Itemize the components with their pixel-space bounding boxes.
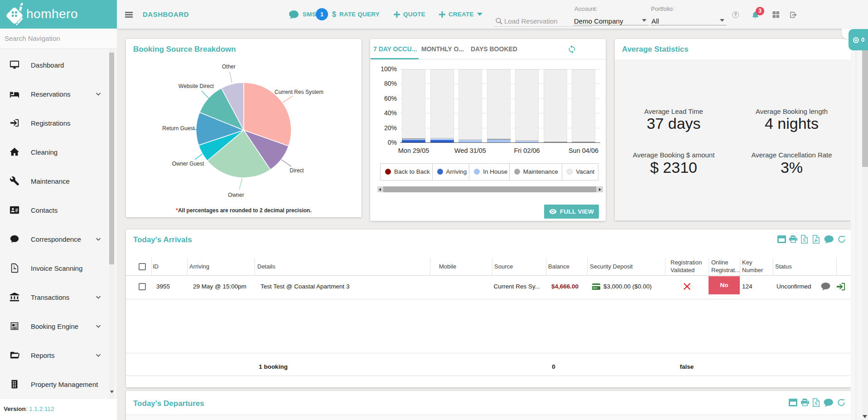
- svg-text:Owner Guest: Owner Guest: [172, 161, 204, 167]
- svg-text:Website Direct: Website Direct: [178, 83, 214, 89]
- svg-text:Return Guest: Return Guest: [162, 125, 195, 132]
- svg-text:Other: Other: [222, 63, 236, 70]
- svg-text:X: X: [802, 238, 806, 243]
- svg-text:Current Res System: Current Res System: [275, 89, 323, 95]
- svg-text:X: X: [814, 401, 818, 406]
- svg-text:Owner: Owner: [228, 192, 244, 198]
- svg-text:Direct: Direct: [289, 167, 304, 174]
